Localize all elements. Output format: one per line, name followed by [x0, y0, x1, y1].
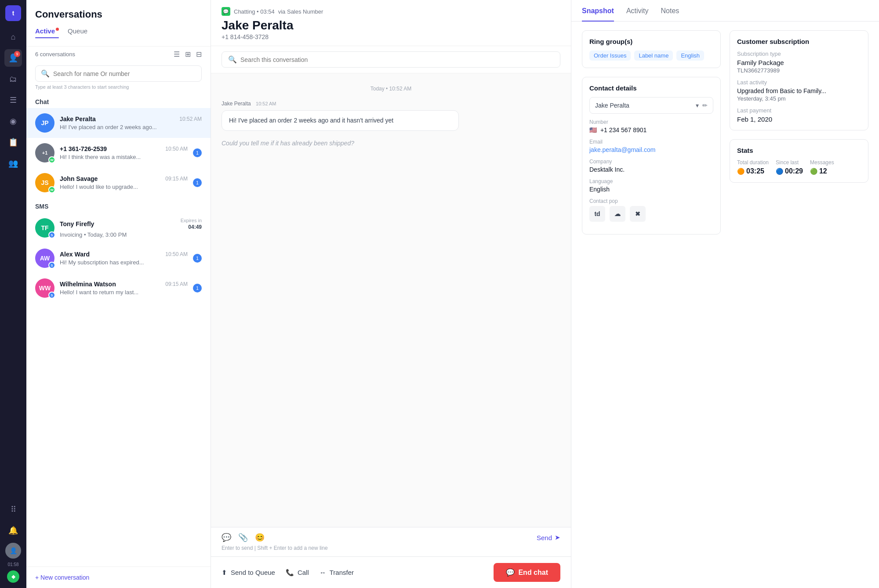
- search-hint: Type at least 3 characters to start sear…: [26, 83, 211, 93]
- company-detail: Company Desktalk Inc.: [589, 159, 713, 173]
- search-input[interactable]: [53, 70, 196, 77]
- language-detail: Language English: [589, 178, 713, 193]
- list-item[interactable]: JP Jake Peralta 10:52 AM Hi! I've placed…: [26, 108, 211, 138]
- list-item[interactable]: JS W John Savage 09:15 AM Hello! I would…: [26, 168, 211, 198]
- stat-total-value: 🟠 03:25: [737, 167, 769, 175]
- main-chat-area: 💬 Chatting • 03:54 via Sales Number Jake…: [211, 0, 571, 588]
- language-label: Language: [589, 178, 713, 184]
- nav-tasks[interactable]: ☰: [4, 91, 22, 109]
- contact-name: Tony Firefly: [60, 220, 94, 227]
- conversations-title: Conversations: [35, 9, 202, 20]
- chevron-down-icon[interactable]: ▾: [696, 102, 699, 109]
- tab-notes[interactable]: Notes: [661, 0, 679, 21]
- user-timer: 01:58: [7, 562, 18, 567]
- language-value: English: [589, 186, 713, 193]
- list-item[interactable]: +1 W +1 361-726-2539 10:50 AM Hi! I thin…: [26, 138, 211, 168]
- right-panel: Snapshot Activity Notes Ring group(s) Or…: [571, 0, 879, 588]
- nav-lists[interactable]: 📋: [4, 133, 22, 151]
- nav-apps[interactable]: ⠿: [4, 501, 22, 518]
- filter-icon[interactable]: ⊟: [196, 50, 202, 58]
- last-activity-date: Yesterday, 3:45 pm: [737, 95, 861, 102]
- whatsapp-badge: W: [48, 186, 55, 193]
- chat-status-text: Chatting • 03:54: [234, 8, 275, 15]
- customer-subscription-section: Customer subscription Subscription type …: [730, 30, 868, 130]
- tab-activity[interactable]: Activity: [626, 0, 649, 21]
- expires-time: 04:49: [188, 224, 202, 230]
- chat-search-inner[interactable]: 🔍: [222, 51, 560, 68]
- message-group: Jake Peralta 10:52 AM Hi! I've placed an…: [222, 101, 560, 131]
- nav-home[interactable]: ⌂: [4, 28, 22, 46]
- emoji-icon[interactable]: 😊: [255, 533, 265, 542]
- stats-row: Total duration 🟠 03:25 Since last 🔵 00:2…: [737, 159, 861, 175]
- call-button[interactable]: 📞 Call: [286, 569, 309, 577]
- tab-queue[interactable]: Queue: [68, 27, 87, 36]
- last-activity-label: Last activity: [737, 79, 861, 86]
- number-detail: Number 🇺🇸 +1 234 567 8901: [589, 119, 713, 133]
- list-item[interactable]: WW S Wilhelmina Watson 09:15 AM Hello! I…: [26, 273, 211, 303]
- list-item[interactable]: AW S Alex Ward 10:50 AM Hi! My subscript…: [26, 243, 211, 273]
- chat-contact-name: Jake Peralta: [222, 18, 560, 32]
- grid-view-icon[interactable]: ⊞: [185, 50, 191, 58]
- user-avatar[interactable]: 👤: [5, 543, 21, 559]
- contact-name: Jake Peralta: [60, 115, 96, 123]
- message-sender: Jake Peralta 10:52 AM: [222, 101, 560, 107]
- stat-messages: Messages 🟢 12: [810, 159, 834, 175]
- nav-reports[interactable]: ◉: [4, 112, 22, 130]
- pop-icon-cloud[interactable]: ☁: [610, 206, 625, 222]
- left-navigation: t ⌂ 👤 9 🗂 ☰ ◉ 📋 👥 ⠿ 🔔 👤 01:58 ◆: [0, 0, 26, 588]
- stat-since-label: Since last: [776, 159, 803, 166]
- conversation-search-box[interactable]: 🔍: [35, 65, 202, 82]
- chat-search-input[interactable]: [240, 56, 554, 63]
- list-view-icon[interactable]: ☰: [174, 50, 180, 58]
- new-conversation-button[interactable]: + New conversation: [26, 566, 211, 588]
- call-icon: 📞: [286, 569, 294, 577]
- sms-badge: S: [48, 262, 55, 269]
- active-tab-dot: [56, 28, 59, 31]
- conversations-panel: Conversations Active Queue 6 conversatio…: [26, 0, 211, 588]
- email-value[interactable]: jake.peralta@gmail.com: [589, 146, 713, 153]
- queue-icon: ⬆: [222, 569, 227, 577]
- transfer-button[interactable]: ↔ Transfer: [320, 569, 354, 576]
- attachment-icon[interactable]: 📎: [238, 533, 248, 542]
- stat-since-icon: 🔵: [776, 168, 783, 175]
- send-to-queue-button[interactable]: ⬆ Send to Queue: [222, 569, 275, 577]
- end-chat-button[interactable]: 💬 End chat: [494, 563, 560, 582]
- send-button[interactable]: Send ➤: [537, 534, 560, 541]
- app-logo: t: [5, 5, 21, 21]
- whatsapp-badge: W: [48, 156, 55, 163]
- status-indicator[interactable]: ◆: [7, 570, 19, 583]
- nav-team[interactable]: 👥: [4, 155, 22, 172]
- contact-pop-detail: Contact pop td ☁ ✖: [589, 198, 713, 222]
- selected-contact: Jake Peralta: [595, 102, 629, 109]
- unread-count: 1: [193, 284, 202, 292]
- message-preview: Hello! I would like to upgrade...: [60, 184, 188, 190]
- tab-active[interactable]: Active: [35, 27, 59, 36]
- last-activity-value: Upgraded from Basic to Family...: [737, 87, 861, 94]
- quick-reply-icon[interactable]: 💬: [222, 533, 231, 542]
- nav-notifications[interactable]: 🔔: [4, 522, 22, 539]
- chat-info: Alex Ward 10:50 AM Hi! My subscription h…: [60, 251, 188, 266]
- chat-status-row: 💬 Chatting • 03:54 via Sales Number: [222, 7, 560, 16]
- sms-badge: S: [48, 292, 55, 299]
- pop-icon-td[interactable]: td: [589, 206, 605, 222]
- list-item[interactable]: TF S Tony Firefly Expires in 04:49 Invoi…: [26, 213, 211, 243]
- end-chat-icon: 💬: [506, 568, 515, 577]
- conversations-header: Conversations Active Queue: [26, 0, 211, 47]
- avatar: JS W: [35, 173, 54, 192]
- nav-contacts[interactable]: 👤 9: [4, 49, 22, 67]
- chat-search-bar: 🔍: [211, 46, 571, 73]
- edit-icon[interactable]: ✏: [702, 102, 708, 109]
- contact-selector[interactable]: Jake Peralta ▾ ✏: [589, 97, 713, 114]
- pop-icon-x[interactable]: ✖: [630, 206, 646, 222]
- right-panel-content: Ring group(s) Order Issues Label name En…: [571, 22, 879, 588]
- last-payment-label: Last payment: [737, 107, 861, 114]
- ring-groups-title: Ring group(s): [589, 38, 713, 45]
- contact-name: +1 361-726-2539: [60, 145, 107, 152]
- conversations-tabs: Active Queue: [35, 27, 202, 36]
- stat-total-duration: Total duration 🟠 03:25: [737, 159, 769, 175]
- chat-header: 💬 Chatting • 03:54 via Sales Number Jake…: [211, 0, 571, 46]
- message-time: 09:15 AM: [165, 281, 188, 287]
- nav-folders[interactable]: 🗂: [4, 70, 22, 88]
- tab-snapshot[interactable]: Snapshot: [582, 0, 614, 21]
- chat-info: Tony Firefly Expires in 04:49 Invoicing …: [60, 218, 202, 238]
